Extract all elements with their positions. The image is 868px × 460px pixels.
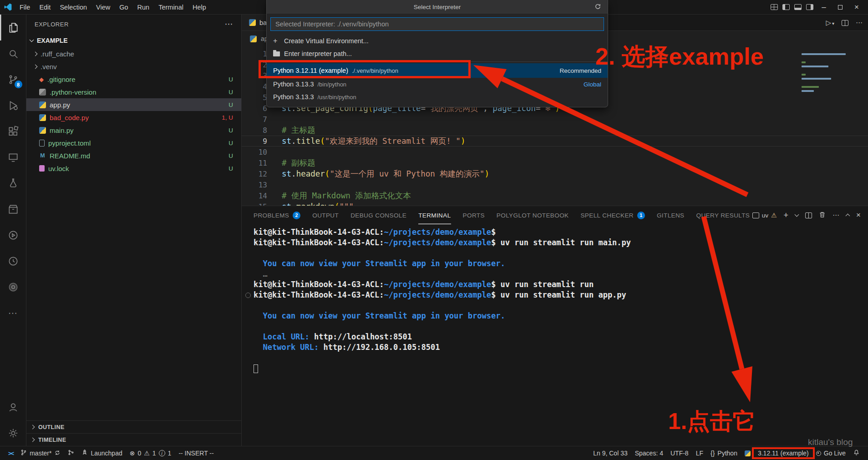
launch-profile-button[interactable]: uv ⚠: [752, 212, 777, 219]
settings-gear-icon[interactable]: [0, 420, 26, 446]
plugin-gear-icon[interactable]: [0, 274, 26, 300]
problems-item[interactable]: ⊗0 ⚠1 i1: [126, 446, 175, 460]
panel-tab-terminal[interactable]: TERMINAL: [418, 206, 451, 224]
toggle-panel-icon[interactable]: [794, 4, 802, 10]
new-terminal-icon[interactable]: +: [784, 211, 789, 220]
menu-edit[interactable]: Edit: [35, 0, 55, 14]
panel-tab-query-results[interactable]: QUERY RESULTS: [696, 206, 750, 224]
run-debug-icon[interactable]: [0, 92, 26, 118]
panel-tab-gitlens[interactable]: GITLENS: [657, 206, 685, 224]
panel-tab-spell-checker[interactable]: SPELL CHECKER1: [580, 206, 645, 224]
code-line[interactable]: 9st.title("欢迎来到我的 Streamlit 网页! "): [242, 136, 868, 147]
terminal-line: Network URL: http://192.168.0.105:8501: [242, 342, 868, 353]
language-mode-item[interactable]: {} Python: [707, 450, 741, 457]
minimize-button[interactable]: –: [818, 3, 830, 12]
outline-section[interactable]: OUTLINE: [26, 420, 241, 433]
menu-help[interactable]: Help: [188, 0, 211, 14]
vim-mode-indicator[interactable]: -- INSERT --: [175, 446, 217, 460]
history-clock-icon[interactable]: [0, 248, 26, 274]
tree-item--venv[interactable]: .venv: [26, 60, 241, 73]
notifications-item[interactable]: [849, 449, 863, 457]
quickpick-item[interactable]: Enter interpreter path...: [267, 47, 608, 60]
explorer-icon[interactable]: [0, 15, 26, 40]
terminal-line: kit@kit-ThinkBook-14-G3-ACL:~/projects/d…: [242, 227, 868, 238]
code-line[interactable]: 14# 使用 Markdown 添加格式化文本: [242, 190, 868, 201]
timeline-section[interactable]: TIMELINE: [26, 433, 241, 446]
python-env-icon-item[interactable]: [741, 450, 754, 456]
remote-indicator[interactable]: ><: [5, 446, 17, 460]
menu-view[interactable]: View: [91, 0, 115, 14]
terminal-line: [242, 321, 868, 332]
panel-tab-polyglot-notebook[interactable]: POLYGLOT NOTEBOOK: [497, 206, 569, 224]
eol-item[interactable]: LF: [692, 450, 707, 457]
tree-item--python-version[interactable]: .python-versionU: [26, 86, 241, 98]
more-icon[interactable]: ⋯: [0, 300, 26, 326]
search-icon[interactable]: [0, 40, 26, 66]
maximize-panel-icon[interactable]: [846, 214, 850, 218]
remote-explorer-icon[interactable]: [0, 144, 26, 170]
tree-item-main-py[interactable]: main.pyU: [26, 124, 241, 136]
quickpick-item[interactable]: +Create Virtual Environment...: [267, 35, 608, 47]
interpreter-search-input[interactable]: Selected Interpreter: ./.venv/bin/python: [270, 17, 604, 31]
tree-item--ruff-cache[interactable]: .ruff_cache: [26, 47, 241, 60]
package-icon[interactable]: [0, 196, 26, 222]
git-branch-item[interactable]: master*: [17, 446, 64, 460]
code-line[interactable]: 10: [242, 147, 868, 157]
explorer-more-actions-icon[interactable]: ⋯: [225, 19, 233, 29]
indentation-item[interactable]: Spaces: 4: [631, 450, 667, 457]
panel-tab-output[interactable]: OUTPUT: [312, 206, 339, 224]
kill-terminal-icon[interactable]: [819, 211, 826, 219]
graph-item[interactable]: [64, 446, 78, 460]
tree-item-readme-md[interactable]: MREADME.mdU: [26, 149, 241, 162]
tree-item-pyproject-toml[interactable]: pyproject.tomlU: [26, 136, 241, 149]
tree-item-uv-lock[interactable]: uv.lockU: [26, 162, 241, 175]
minimap[interactable]: [802, 33, 861, 94]
tree-item--gitignore[interactable]: ◆.gitignoreU: [26, 73, 241, 86]
go-live-item[interactable]: Go Live: [812, 450, 849, 457]
python-icon: [745, 450, 751, 456]
toggle-secondary-sidebar-icon[interactable]: [806, 4, 813, 10]
source-control-icon[interactable]: 8: [0, 66, 26, 92]
quickpick-item[interactable]: Python 3.12.11 (example)./.venv/bin/pyth…: [267, 63, 608, 78]
code-line[interactable]: 8# 主标题: [242, 125, 868, 136]
encoding-item[interactable]: UTF-8: [667, 450, 692, 457]
panel-tab-ports[interactable]: PORTS: [463, 206, 485, 224]
panel-more-actions-icon[interactable]: ⋯: [832, 211, 839, 219]
testing-icon[interactable]: [0, 170, 26, 196]
account-icon[interactable]: [0, 394, 26, 420]
cursor-position-item[interactable]: Ln 9, Col 33: [589, 450, 631, 457]
explorer-section-example[interactable]: EXAMPLE: [26, 34, 241, 47]
maximize-button[interactable]: [834, 3, 846, 12]
code-line[interactable]: 11# 副标题: [242, 157, 868, 168]
tree-item-app-py[interactable]: app.pyU: [26, 98, 241, 111]
terminal-output[interactable]: kit@kit-ThinkBook-14-G3-ACL:~/projects/d…: [242, 227, 868, 446]
split-terminal-icon[interactable]: [805, 212, 812, 218]
editor-more-actions-icon[interactable]: ⋯: [856, 19, 863, 27]
refresh-icon[interactable]: [594, 3, 601, 11]
menu-selection[interactable]: Selection: [55, 0, 91, 14]
menu-file[interactable]: File: [15, 0, 35, 14]
terminal-dropdown-icon[interactable]: [795, 212, 799, 217]
close-button[interactable]: ×: [851, 3, 863, 12]
quickpick-item[interactable]: Python 3.13.3/usr/bin/python: [267, 91, 608, 103]
close-panel-icon[interactable]: ×: [856, 211, 861, 220]
code-line[interactable]: 12st.header("这是一个用 uv 和 Python 构建的演示"): [242, 168, 868, 179]
code-line[interactable]: 13: [242, 179, 868, 190]
menu-terminal[interactable]: Terminal: [154, 0, 188, 14]
menu-go[interactable]: Go: [115, 0, 132, 14]
panel-tab-problems[interactable]: PROBLEMS2: [254, 206, 300, 224]
extensions-icon[interactable]: [0, 118, 26, 144]
toggle-sidebar-icon[interactable]: [782, 4, 790, 10]
tree-item-bad-code-py[interactable]: bad_code.py1, U: [26, 111, 241, 124]
interpreter-selector[interactable]: 3.12.11 (example): [754, 450, 812, 457]
launchpad-item[interactable]: Launchpad: [78, 446, 126, 460]
customize-layout-icon[interactable]: [771, 4, 778, 10]
play-circle-icon[interactable]: [0, 222, 26, 248]
code-line[interactable]: 15st.markdown(""": [242, 201, 868, 206]
quickpick-item[interactable]: Python 3.13.3/bin/pythonGlobal: [267, 78, 608, 91]
panel-tab-debug-console[interactable]: DEBUG CONSOLE: [350, 206, 406, 224]
run-python-file-icon[interactable]: ▷▾: [826, 19, 834, 27]
menu-run[interactable]: Run: [133, 0, 154, 14]
code-line[interactable]: 7: [242, 114, 868, 125]
split-editor-icon[interactable]: [842, 20, 848, 26]
